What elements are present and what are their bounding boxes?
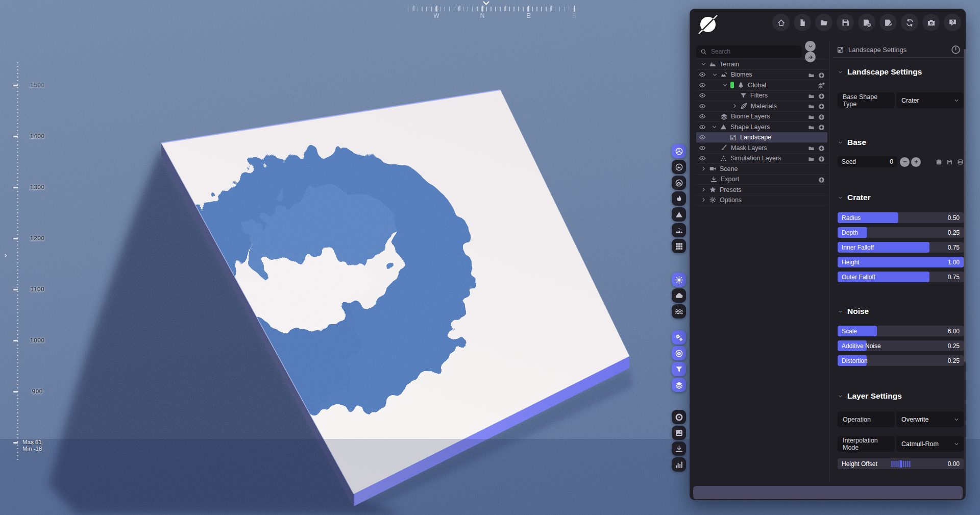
folder-button[interactable] — [808, 70, 815, 79]
folder-button[interactable] — [808, 112, 815, 121]
tree-row-scene[interactable]: Scene — [696, 163, 827, 174]
home-button[interactable] — [772, 14, 790, 31]
tree-row-label: Global — [748, 82, 766, 89]
view-contour-button[interactable] — [672, 176, 686, 190]
plus-circle-button[interactable] — [818, 122, 825, 132]
open-project-button[interactable] — [815, 14, 832, 31]
clouds-button[interactable] — [672, 288, 686, 303]
layers-button[interactable] — [672, 378, 686, 392]
tree-row-export[interactable]: Export — [696, 174, 827, 185]
layers-add-button[interactable] — [817, 81, 825, 90]
tree-row-global[interactable]: Global — [696, 80, 827, 90]
screenshot-button[interactable] — [922, 14, 940, 31]
search-box[interactable] — [696, 45, 802, 58]
seed-increment-button[interactable] — [911, 157, 921, 167]
download-button[interactable] — [672, 442, 686, 456]
search-icon — [700, 48, 707, 55]
new-file-icon — [798, 18, 807, 27]
view-globe-button[interactable] — [672, 144, 686, 158]
operation-dropdown[interactable]: Overwrite — [896, 411, 964, 427]
view-erosion-button[interactable] — [672, 191, 686, 206]
folder-button[interactable] — [808, 154, 815, 163]
screenshot-icon — [927, 18, 936, 27]
plus-circle-button[interactable] — [818, 112, 825, 121]
folder-button[interactable] — [808, 102, 815, 111]
tree-row-shape-layers[interactable]: Shape Layers — [696, 121, 827, 132]
reload-button[interactable] — [901, 14, 918, 31]
tree-row-mask-layers[interactable]: Mask Layers — [696, 142, 827, 153]
search-chevron-down-button[interactable] — [805, 41, 816, 52]
plus-circle-button[interactable] — [818, 175, 825, 184]
plus-circle-button[interactable] — [818, 70, 825, 79]
tree-row-biomes[interactable]: Biomes — [696, 69, 827, 80]
save-as-button[interactable] — [858, 14, 875, 31]
chevron-down-icon — [807, 43, 814, 50]
plus-circle-button[interactable] — [818, 102, 825, 111]
view-erosion-icon — [675, 194, 683, 203]
folder-button[interactable] — [808, 91, 815, 100]
setting-base-shape-type: Base Shape TypeCrater — [838, 92, 964, 108]
filter-icon — [675, 365, 683, 374]
visibility-button[interactable] — [672, 346, 686, 360]
base-shape-type-dropdown[interactable]: Crater — [896, 92, 964, 108]
tree-row-landscape[interactable]: Landscape — [696, 132, 827, 143]
section-title-crater[interactable]: Crater — [838, 192, 964, 203]
slider-height-offset[interactable]: Height Offset0.00 — [838, 458, 964, 469]
save-button[interactable] — [837, 14, 854, 31]
plus-circle-button[interactable] — [818, 154, 825, 163]
section-title-base[interactable]: Base — [838, 137, 964, 148]
home-icon — [777, 18, 786, 27]
plus-circle-icon — [818, 72, 825, 79]
inspector-scrollbar[interactable] — [964, 49, 966, 472]
filter-button[interactable] — [672, 362, 686, 376]
view-terrain-button[interactable] — [672, 160, 686, 174]
save-edit-button[interactable] — [879, 14, 897, 31]
view-terrain-icon — [675, 163, 683, 171]
search-input[interactable] — [710, 47, 798, 56]
tree-row-simulation-layers[interactable]: Simulation Layers — [696, 153, 827, 164]
seed-field[interactable]: Seed0 — [838, 156, 897, 167]
tree-row-options[interactable]: Options — [696, 195, 827, 206]
plus-circle-button[interactable] — [818, 143, 825, 153]
plus-circle-button[interactable] — [818, 91, 825, 100]
view-mountain-button[interactable] — [672, 207, 686, 222]
tree-row-biome-layers[interactable]: Biome Layers — [696, 111, 827, 122]
water-button[interactable] — [672, 304, 686, 318]
tree-row-filters[interactable]: Filters — [696, 90, 827, 101]
help-button[interactable] — [944, 14, 961, 31]
stats-button[interactable] — [672, 457, 686, 472]
section-title-noise[interactable]: Noise — [838, 306, 964, 316]
section-title-landscape-settings[interactable]: Landscape Settings — [838, 67, 964, 77]
inspector-power-button[interactable] — [950, 44, 961, 55]
slider-outer-falloff[interactable]: Outer Falloff0.75 — [838, 272, 964, 282]
tree-row-presets[interactable]: Presets — [696, 184, 827, 195]
folder-button[interactable] — [808, 122, 815, 132]
plus-circle-icon — [818, 93, 825, 100]
section-title-layer-settings[interactable]: Layer Settings — [838, 391, 964, 401]
slider-radius[interactable]: Radius0.50 — [838, 212, 964, 223]
slider-depth[interactable]: Depth0.25 — [838, 227, 964, 238]
slider-scale[interactable]: Scale6.00 — [838, 326, 964, 336]
eye-icon — [699, 92, 706, 99]
tree-row-materials[interactable]: Materials — [696, 101, 827, 111]
folder-button[interactable] — [808, 143, 815, 153]
expand-panel-arrow[interactable]: › — [4, 250, 7, 260]
seed-decrement-button[interactable] — [900, 157, 910, 167]
view-grid-button[interactable] — [672, 239, 686, 253]
image-button[interactable] — [672, 426, 686, 440]
new-file-button[interactable] — [794, 14, 811, 31]
slider-inner-falloff[interactable]: Inner Falloff0.75 — [838, 242, 964, 253]
interpolation-mode-dropdown[interactable]: Catmull-Rom — [896, 436, 964, 452]
slider-additive-noise[interactable]: Additive Noise0.25 — [838, 340, 964, 351]
folder-icon — [808, 124, 815, 131]
record-button[interactable] — [672, 410, 686, 424]
settings-gears-button[interactable] — [672, 330, 686, 345]
slider-height[interactable]: Height1.00 — [838, 257, 964, 267]
sun-button[interactable] — [672, 273, 686, 287]
save-small-button[interactable] — [946, 157, 953, 166]
dice-button[interactable] — [936, 157, 942, 166]
tree-row-terrain[interactable]: Terrain — [696, 59, 827, 69]
view-rocks-button[interactable] — [672, 223, 686, 237]
history-stack-button[interactable] — [957, 157, 964, 166]
slider-distortion[interactable]: Distortion0.25 — [838, 355, 964, 366]
